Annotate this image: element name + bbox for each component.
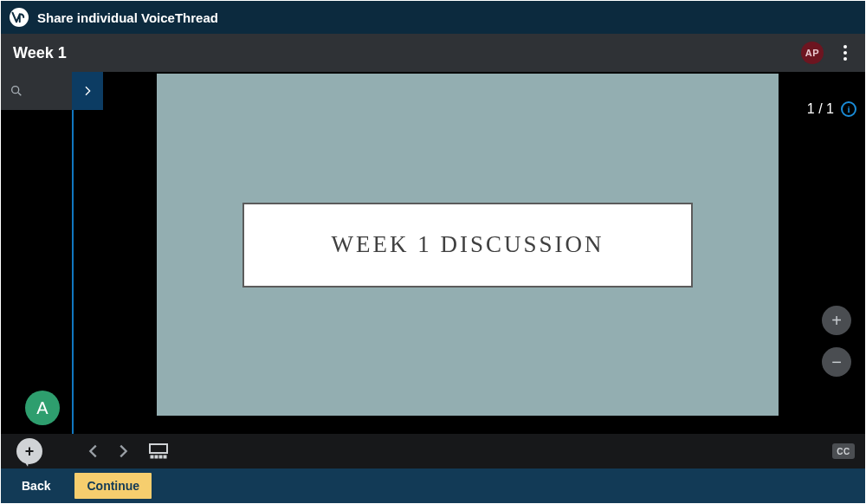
prev-slide-button[interactable] (84, 442, 103, 461)
sub-header-right: AP (801, 42, 853, 64)
vt-logo (10, 8, 29, 27)
svg-rect-4 (155, 456, 158, 458)
slide-title: WEEK 1 DISCUSSION (331, 231, 604, 258)
svg-rect-3 (151, 456, 153, 458)
slide-thumbnails-button[interactable] (148, 443, 169, 459)
plus-icon: + (25, 443, 35, 459)
zoom-controls: + − (822, 306, 851, 377)
rail-divider (72, 72, 74, 468)
footer-bar: Back Continue (1, 468, 865, 503)
slide-stage[interactable]: WEEK 1 DISCUSSION (157, 74, 779, 416)
search-icon (10, 84, 23, 98)
info-icon[interactable]: i (841, 101, 856, 117)
top-bar: Share individual VoiceThread (1, 1, 865, 34)
top-bar-title: Share individual VoiceThread (37, 10, 218, 25)
play-bar-left: + (1, 434, 72, 468)
add-comment-button[interactable]: + (16, 438, 42, 464)
continue-button[interactable]: Continue (74, 473, 152, 499)
next-slide-button[interactable] (113, 442, 132, 461)
zoom-in-button[interactable]: + (822, 306, 851, 335)
slide-card: WEEK 1 DISCUSSION (242, 203, 693, 288)
sub-header: Week 1 AP (1, 34, 865, 72)
chevron-right-icon (113, 442, 132, 461)
back-button[interactable]: Back (15, 473, 57, 499)
search-button[interactable] (1, 72, 72, 110)
commenter-avatar[interactable]: A (25, 391, 60, 425)
svg-rect-6 (164, 456, 166, 458)
play-bar: + CC (1, 434, 865, 468)
chevron-left-icon (84, 442, 103, 461)
closed-captions-button[interactable]: CC (832, 443, 855, 459)
thread-title: Week 1 (13, 44, 67, 62)
thumbnails-icon (148, 443, 169, 459)
svg-point-0 (12, 87, 19, 94)
expand-comments-button[interactable] (72, 72, 103, 110)
more-menu-icon[interactable] (837, 42, 853, 64)
svg-rect-5 (159, 456, 162, 458)
slide-nav (84, 442, 132, 461)
user-avatar[interactable]: AP (801, 42, 824, 64)
app-frame: Share individual VoiceThread Week 1 AP W… (1, 1, 865, 503)
zoom-out-button[interactable]: − (822, 347, 851, 377)
svg-rect-2 (150, 444, 167, 453)
main-body: WEEK 1 DISCUSSION 1 / 1 i + − A + (1, 72, 865, 468)
chevron-right-icon (81, 84, 94, 98)
svg-line-1 (18, 93, 21, 95)
page-indicator: 1 / 1 (807, 101, 834, 117)
